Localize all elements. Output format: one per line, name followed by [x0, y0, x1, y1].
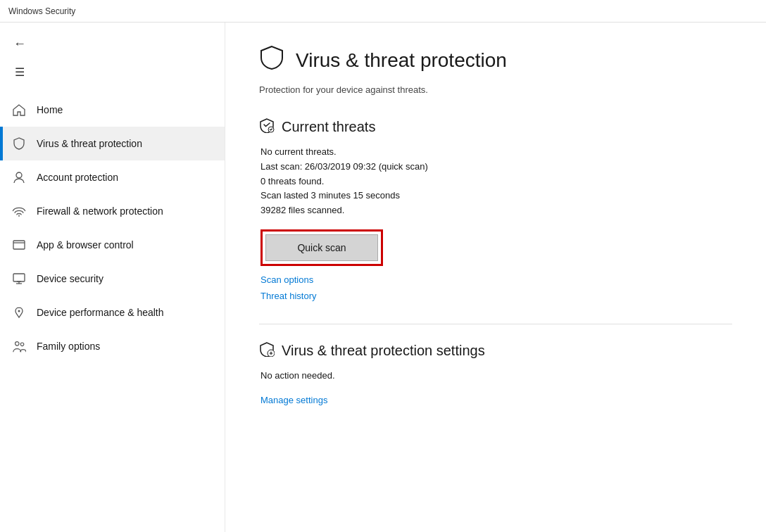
vtp-settings-icon — [259, 341, 275, 360]
sidebar-item-label-firewall: Firewall & network protection — [37, 205, 163, 217]
hamburger-button[interactable]: ☰ — [6, 59, 34, 84]
sidebar-nav: Home Virus & threat protection — [0, 93, 225, 532]
firewall-icon — [11, 203, 27, 219]
sidebar-item-device-health[interactable]: Device performance & health — [0, 296, 225, 329]
no-action-text: No action needed. — [260, 369, 732, 384]
quick-scan-highlight: Quick scan — [260, 229, 383, 266]
last-scan-text: Last scan: 26/03/2019 09:32 (quick scan) — [260, 160, 732, 175]
sidebar-item-label-account: Account protection — [37, 172, 118, 183]
manage-settings-link[interactable]: Manage settings — [260, 395, 732, 405]
current-threats-body: No current threats. Last scan: 26/03/201… — [259, 145, 732, 301]
sidebar: ← ☰ Home Virus & threat — [0, 23, 225, 532]
page-subtitle: Protection for your device against threa… — [259, 84, 732, 95]
no-threats-text: No current threats. — [260, 145, 732, 160]
app-icon — [11, 237, 27, 253]
family-icon — [11, 338, 27, 354]
sidebar-controls: ← ☰ — [0, 25, 225, 87]
sidebar-item-label-device-security: Device security — [37, 273, 103, 284]
current-threats-title: Current threats — [282, 119, 375, 135]
sidebar-item-label-device-health: Device performance & health — [37, 307, 164, 318]
main-content: Virus & threat protection Protection for… — [225, 23, 766, 532]
vtp-settings-section: Virus & threat protection settings No ac… — [259, 341, 732, 405]
sidebar-item-home[interactable]: Home — [0, 93, 225, 127]
svg-point-10 — [20, 343, 24, 346]
sidebar-item-device-security[interactable]: Device security — [0, 262, 225, 296]
threats-found-text: 0 threats found. — [260, 175, 732, 189]
sidebar-item-label-family: Family options — [37, 341, 100, 352]
sidebar-item-label-home: Home — [37, 104, 63, 115]
account-icon — [11, 170, 27, 185]
vtp-settings-title: Virus & threat protection settings — [282, 343, 485, 359]
current-threats-section: Current threats No current threats. Last… — [259, 118, 732, 301]
scan-options-link[interactable]: Scan options — [260, 274, 732, 285]
home-icon — [11, 102, 27, 118]
device-security-icon — [11, 271, 27, 286]
title-bar-text: Windows Security — [8, 6, 75, 16]
page-title: Virus & threat protection — [296, 49, 507, 72]
threat-history-link[interactable]: Threat history — [260, 291, 732, 301]
section-divider — [259, 324, 732, 324]
device-health-icon — [11, 305, 27, 320]
sidebar-item-virus[interactable]: Virus & threat protection — [0, 127, 225, 160]
svg-point-9 — [15, 342, 19, 346]
vtp-settings-body: No action needed. Manage settings — [259, 369, 732, 405]
current-threats-icon — [259, 118, 275, 137]
svg-point-8 — [18, 310, 20, 312]
sidebar-item-label-virus: Virus & threat protection — [37, 138, 142, 149]
svg-rect-4 — [13, 274, 25, 281]
sidebar-item-label-app: App & browser control — [37, 239, 134, 251]
sidebar-item-firewall[interactable]: Firewall & network protection — [0, 194, 225, 228]
current-threats-header: Current threats — [259, 118, 732, 137]
quick-scan-button[interactable]: Quick scan — [265, 234, 378, 261]
svg-rect-2 — [13, 241, 25, 249]
sidebar-item-app[interactable]: App & browser control — [0, 228, 225, 262]
files-scanned-text: 39282 files scanned. — [260, 203, 732, 218]
app-container: ← ☰ Home Virus & threat — [0, 23, 766, 532]
virus-shield-icon — [11, 136, 27, 151]
back-button[interactable]: ← — [6, 31, 34, 56]
title-bar: Windows Security — [0, 0, 766, 23]
page-header: Virus & threat protection — [259, 45, 732, 76]
sidebar-item-account[interactable]: Account protection — [0, 160, 225, 194]
sidebar-item-family[interactable]: Family options — [0, 329, 225, 363]
vtp-settings-header: Virus & threat protection settings — [259, 341, 732, 360]
svg-point-0 — [16, 172, 22, 178]
page-header-icon — [259, 45, 284, 76]
scan-duration-text: Scan lasted 3 minutes 15 seconds — [260, 189, 732, 203]
